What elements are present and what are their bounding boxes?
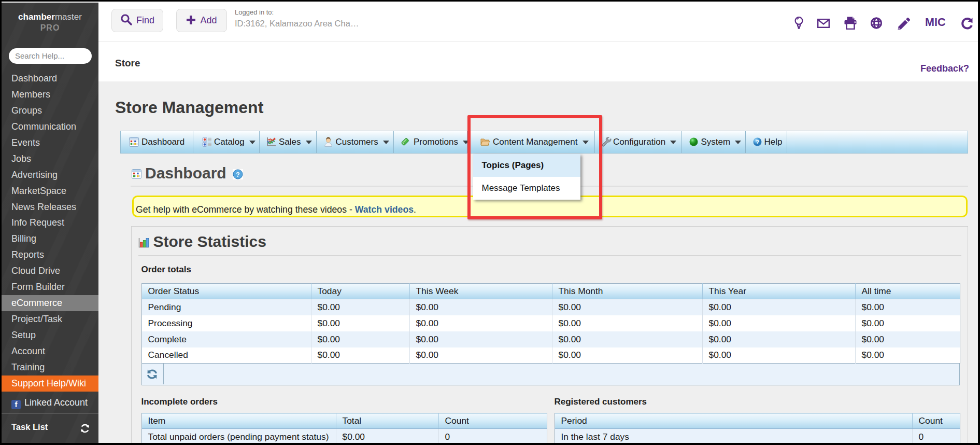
svg-text:?: ? — [756, 139, 759, 145]
svg-text:?: ? — [236, 171, 239, 178]
